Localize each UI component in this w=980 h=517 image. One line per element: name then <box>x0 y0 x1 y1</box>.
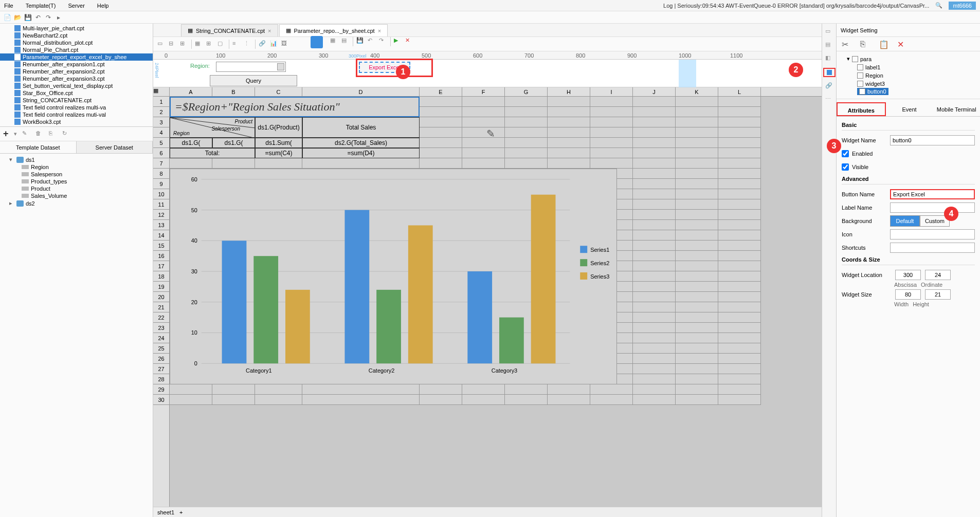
size-w-input[interactable] <box>895 289 921 300</box>
row-header[interactable]: 11 <box>153 199 169 210</box>
row-header[interactable]: 23 <box>153 323 169 333</box>
loc-y-input[interactable] <box>925 270 951 280</box>
diagonal-header-cell[interactable]: Product Salesperson Region <box>170 117 255 138</box>
format-icon[interactable]: ⋮ <box>244 40 252 48</box>
ds1-node[interactable]: ▾ds1 <box>0 156 153 163</box>
tab-mobile[interactable]: Mobile Terminal <box>933 102 980 116</box>
copy-dataset-icon[interactable]: ⎘ <box>49 130 57 138</box>
col-header[interactable]: A <box>170 87 212 96</box>
user-badge[interactable]: mt6666 <box>949 2 976 10</box>
row-header[interactable]: 19 <box>153 282 169 292</box>
visible-checkbox[interactable] <box>842 163 849 171</box>
new-icon[interactable]: 📄 <box>3 13 11 22</box>
cond-icon[interactable]: ◧ <box>825 54 833 63</box>
more-prop-icon[interactable]: ⋯ <box>825 96 833 104</box>
title-cell[interactable]: =$Region+"Region Sales Situation" <box>170 97 420 117</box>
link-prop-icon[interactable]: 🔗 <box>825 82 833 90</box>
select-all-corner[interactable]: ▦ <box>153 87 170 97</box>
close-tab-icon[interactable]: × <box>378 28 381 34</box>
undo-doc-icon[interactable]: ↶ <box>368 37 376 45</box>
sheet-tab[interactable]: sheet1 <box>157 509 174 515</box>
doc-tab-0[interactable]: ▦String_CONCATENATE.cpt× <box>181 24 278 36</box>
run-icon[interactable]: ▶ <box>394 37 402 45</box>
file-item[interactable]: Text field control realizes muti-val <box>0 111 153 118</box>
file-item[interactable]: Renumber_after_expansion2.cpt <box>0 68 153 75</box>
button-name-input[interactable] <box>890 189 975 199</box>
row-header[interactable]: 22 <box>153 312 169 323</box>
size-h-input[interactable] <box>925 289 951 300</box>
row-header[interactable]: 5 <box>153 138 169 148</box>
row-header[interactable]: 10 <box>153 189 169 199</box>
tab-attributes[interactable]: Attributes <box>837 102 886 116</box>
row-header[interactable]: 1 <box>153 97 169 107</box>
ds1-col-salesperson[interactable]: Salesperson <box>0 171 153 178</box>
file-item[interactable]: Multi-layer_pie_chart.cpt <box>0 25 153 32</box>
menu-help[interactable]: Help <box>97 3 109 9</box>
merge-icon[interactable]: ⊟ <box>169 40 177 48</box>
wt-para[interactable]: ▾para <box>841 54 976 63</box>
tab-template-dataset[interactable]: Template Dataset <box>0 141 77 153</box>
file-item[interactable]: WorkBook3.cpt <box>0 118 153 125</box>
split-icon[interactable]: ⊞ <box>180 40 188 48</box>
region-dropdown[interactable] <box>216 62 286 72</box>
cell-b4[interactable]: ds1.G( <box>212 138 255 148</box>
menu-file[interactable]: File <box>4 3 13 9</box>
paste-icon[interactable]: 📋 <box>879 40 888 49</box>
refresh-dataset-icon[interactable]: ↻ <box>62 130 70 138</box>
tab-event[interactable]: Event <box>886 102 933 116</box>
col-header[interactable]: L <box>718 87 761 96</box>
button-widget-icon[interactable] <box>827 70 832 75</box>
doc-tab-1[interactable]: ▦Parameter_repo..._by_sheet.cpt× <box>279 24 388 36</box>
row-header[interactable]: 7 <box>153 158 169 169</box>
search-icon[interactable]: 🔍 <box>935 2 942 9</box>
cell-c3[interactable]: ds1.G(Product) <box>255 117 302 138</box>
wt-label1[interactable]: label1 <box>841 63 976 71</box>
delete-icon[interactable]: ✕ <box>897 40 906 49</box>
align-icon[interactable]: ≡ <box>232 40 241 48</box>
row-header[interactable]: 29 <box>153 384 169 395</box>
cell-ab5[interactable]: Total: <box>170 148 255 158</box>
row-header[interactable]: 17 <box>153 261 169 271</box>
dropdown-arrow-icon[interactable] <box>277 63 284 70</box>
grid2-icon[interactable]: ⊞ <box>206 40 214 48</box>
col-header[interactable]: G <box>505 87 548 96</box>
file-item[interactable]: NewBarchart2.cpt <box>0 32 153 39</box>
cell-d3[interactable]: Total Sales <box>302 117 420 138</box>
stop-icon[interactable]: ✕ <box>405 37 413 45</box>
border-icon[interactable]: ▢ <box>217 40 226 48</box>
row-header[interactable]: 8 <box>153 169 169 179</box>
row-header[interactable]: 27 <box>153 364 169 374</box>
layout-icon[interactable]: ▤ <box>341 37 350 45</box>
col-header[interactable]: F <box>462 87 505 96</box>
ds1-col-region[interactable]: Region <box>0 163 153 171</box>
file-item[interactable]: Parameter_report_export_excel_by_shee <box>0 53 153 61</box>
row-header[interactable]: 25 <box>153 343 169 354</box>
cell-d4[interactable]: ds2.G(Total_Sales) <box>302 138 420 148</box>
menu-server[interactable]: Server <box>68 3 84 9</box>
add-sheet-icon[interactable]: + <box>179 509 183 515</box>
cell-c4[interactable]: ds1.Sum( <box>255 138 302 148</box>
row-header[interactable]: 2 <box>153 107 169 117</box>
redo-doc-icon[interactable]: ↷ <box>379 37 387 45</box>
file-item[interactable]: Text field control realizes multi-va <box>0 104 153 111</box>
row-header[interactable]: 12 <box>153 210 169 220</box>
file-item[interactable]: String_CONCATENATE.cpt <box>0 97 153 104</box>
cell-a4[interactable]: ds1.G( <box>170 138 212 148</box>
col-header[interactable]: I <box>590 87 633 96</box>
ds1-col-product[interactable]: Product <box>0 185 153 192</box>
shortcuts-input[interactable] <box>890 243 975 253</box>
row-header[interactable]: 6 <box>153 148 169 158</box>
row-header[interactable]: 21 <box>153 302 169 312</box>
wt-region[interactable]: Region <box>841 71 976 80</box>
ds1-col-product-types[interactable]: Product_types <box>0 178 153 185</box>
save-icon[interactable]: 💾 <box>24 13 32 22</box>
open-icon[interactable]: 📂 <box>13 13 22 22</box>
col-header[interactable]: C <box>255 87 302 96</box>
col-header[interactable]: H <box>548 87 590 96</box>
embedded-chart[interactable]: 0102030405060Category1Category2Category3… <box>170 169 617 384</box>
add-dataset-icon[interactable]: + <box>3 128 9 139</box>
loc-x-input[interactable] <box>895 270 921 280</box>
row-header[interactable]: 18 <box>153 271 169 282</box>
file-item[interactable]: Normal_Pie_Chart.cpt <box>0 46 153 53</box>
row-header[interactable]: 26 <box>153 354 169 364</box>
